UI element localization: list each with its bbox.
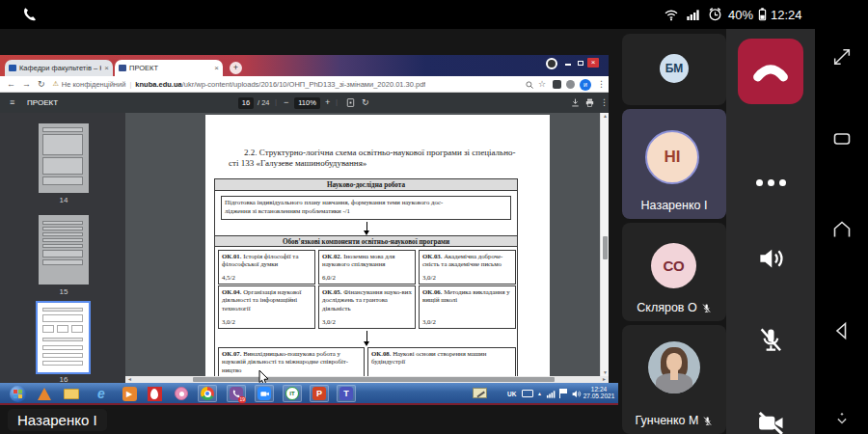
window-minimize-button[interactable] <box>562 58 574 68</box>
browser-tab-inactive[interactable]: Кафедри факультетів – Київсь × <box>5 60 113 76</box>
speaker-button[interactable] <box>726 239 815 278</box>
download-icon[interactable] <box>570 97 581 108</box>
participant-tile[interactable]: БМ <box>622 34 726 105</box>
print-icon[interactable] <box>584 97 595 108</box>
browser-menu-icon[interactable]: ⋮ <box>597 79 606 89</box>
alarm-icon <box>707 6 723 22</box>
avatar-photo <box>648 341 700 393</box>
status-time: 12:24 <box>771 8 802 22</box>
tab-close-icon[interactable]: × <box>214 65 219 72</box>
battery-icon <box>755 6 770 22</box>
action-center-flag-icon[interactable] <box>559 389 567 398</box>
course-cell: ОК.08. Наукові основи створення машин бу… <box>367 347 516 376</box>
network-tray-icon[interactable] <box>546 389 556 399</box>
red-app-icon[interactable] <box>145 385 164 402</box>
language-indicator[interactable]: UK <box>507 391 516 397</box>
back-button[interactable] <box>815 319 868 342</box>
bookmark-star-icon[interactable]: ☆ <box>538 79 546 89</box>
scroll-down-arrow[interactable]: ▼ <box>603 369 608 376</box>
scroll-left-arrow[interactable]: ◄ <box>127 376 132 383</box>
more-options-button[interactable] <box>726 162 815 201</box>
explorer-folder-icon[interactable] <box>62 385 81 402</box>
vlc-icon[interactable] <box>35 385 54 402</box>
browser-back-icon[interactable]: ← <box>7 79 15 89</box>
speaker-icon <box>756 244 785 273</box>
zoom-app-icon[interactable] <box>255 385 274 402</box>
tab-favicon <box>9 65 16 71</box>
powerpoint-icon[interactable]: P <box>310 385 329 402</box>
pdf-thumbnail-sidebar: 14 15 <box>0 113 125 383</box>
schema-intro-box: Підготовка індивідуального плану навчанн… <box>221 196 511 220</box>
mute-mic-button[interactable] <box>726 320 815 359</box>
scroll-right-arrow[interactable]: ► <box>602 376 607 383</box>
home-button[interactable] <box>815 218 868 241</box>
scrollbar-thumb[interactable] <box>193 377 555 382</box>
hangup-icon <box>751 52 790 91</box>
schema-band: Обов’язкові компоненти освітньо-наукової… <box>215 235 517 247</box>
viber-icon[interactable]: 19 <box>227 385 246 402</box>
windows-taskbar: e ▶ 19 IT <box>0 383 618 405</box>
scrollbar-thumb[interactable] <box>603 236 608 259</box>
browser-reload-icon[interactable]: ↻ <box>38 79 45 89</box>
extension-icon[interactable] <box>553 80 561 89</box>
pdf-menu-icon[interactable]: ≡ <box>10 97 14 107</box>
vertical-scrollbar[interactable]: ▲ ▼ <box>600 113 609 376</box>
url-domain[interactable]: knuba.edu.ua <box>135 80 181 89</box>
browser-addressbar: ← → ↻ ⚠ Не конфіденційний | knuba.edu.ua… <box>0 76 609 93</box>
taskbar-clock[interactable]: 12:24 27.05.2021 <box>583 386 615 399</box>
wifi-icon <box>664 7 679 22</box>
participant-tile-active-speaker[interactable]: НІ Назаренко І <box>622 109 726 219</box>
course-cell: ОК.01. Історія філософії та філософської… <box>218 250 315 285</box>
browser-tab-active[interactable]: ПРОЕКТ × <box>115 60 223 76</box>
fullscreen-expand-button[interactable] <box>815 46 868 68</box>
page-number-input[interactable]: 16 <box>238 97 254 109</box>
pen-tablet-tray-icon[interactable] <box>473 388 487 398</box>
participant-name: Скляров О <box>622 301 726 314</box>
volume-tray-icon[interactable] <box>571 389 582 399</box>
browser-forward-icon[interactable]: → <box>22 79 31 89</box>
thumbnail-label: 15 <box>39 287 89 296</box>
screen: 40% 12:24 Кафедри факультетів – Київсь ×… <box>0 0 868 434</box>
thumbnail-page-16-selected[interactable] <box>36 301 91 374</box>
new-tab-button[interactable]: + <box>230 62 242 74</box>
teams-icon[interactable]: T <box>337 385 356 402</box>
url-path[interactable]: /ukr/wp-content/uploads/2016/10/ОНП_PhD1… <box>182 80 426 89</box>
profile-avatar[interactable]: и <box>580 79 591 91</box>
pdf-page: 2.2. Структурно-логічна схема освітньо-н… <box>205 115 550 376</box>
start-button[interactable] <box>8 385 27 402</box>
ongoing-call-icon <box>21 6 38 22</box>
horizontal-scrollbar[interactable]: ◄ ► <box>125 376 609 383</box>
zoom-in-button[interactable]: + <box>325 97 330 107</box>
hangup-button[interactable] <box>738 39 803 104</box>
media-player-icon[interactable]: ▶ <box>120 385 139 402</box>
it-app-icon[interactable]: IT <box>283 385 302 402</box>
photo-app-icon[interactable] <box>172 385 191 402</box>
pdf-more-icon[interactable]: ⋮ <box>600 97 609 107</box>
tab-close-icon[interactable]: × <box>104 65 109 72</box>
zoom-out-button[interactable]: − <box>284 97 288 107</box>
tray-expand-icon[interactable]: ▲ <box>537 391 542 396</box>
rotate-icon[interactable]: ↻ <box>362 97 369 107</box>
toolbar-divider: | <box>336 97 338 106</box>
zoom-level[interactable]: 110% <box>294 97 320 109</box>
participant-tile[interactable]: СО Скляров О <box>622 223 726 321</box>
extension-icon[interactable] <box>566 80 575 89</box>
window-close-button[interactable]: × <box>587 58 599 68</box>
chrome-icon[interactable] <box>198 385 217 402</box>
hide-navbar-button[interactable] <box>815 407 868 428</box>
course-cell: ОК.07. Винахідницько-пошукова робота у н… <box>218 347 365 376</box>
recent-apps-button[interactable] <box>815 127 868 150</box>
window-maximize-button[interactable] <box>575 58 586 68</box>
thumbnail-page-14[interactable] <box>39 123 89 193</box>
internet-explorer-icon[interactable]: e <box>92 385 111 402</box>
schema-band: Науково-дослідна робота <box>215 179 517 191</box>
camera-off-button[interactable] <box>726 403 815 434</box>
zoom-page-icon[interactable] <box>525 80 534 90</box>
scroll-up-arrow[interactable]: ▲ <box>603 113 608 120</box>
participant-tile[interactable]: Гунченко М <box>622 325 726 434</box>
course-cell: ОК.06. Методика викладання у вищій школі… <box>419 285 516 329</box>
thumbnail-page-15[interactable] <box>39 215 89 285</box>
keyboard-tray-icon[interactable] <box>522 390 533 397</box>
fit-page-icon[interactable] <box>345 97 356 108</box>
thumbnail-label: 14 <box>39 196 89 204</box>
